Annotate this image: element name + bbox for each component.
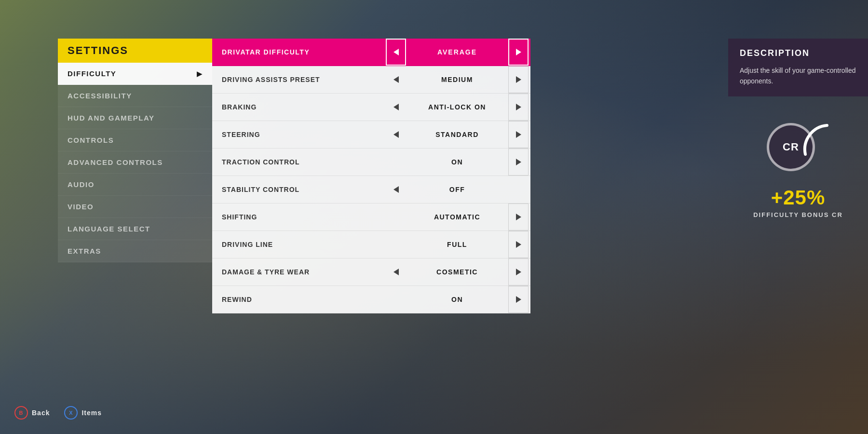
setting-name-driving_assists: DRIVING ASSISTS PRESET [212,70,386,89]
sidebar-item-label: VIDEO [68,203,94,211]
right-arrow-btn-steering[interactable] [508,121,529,148]
right-arrow-btn-driving_line[interactable] [508,231,529,258]
setting-controls-driving_assists: MEDIUM [386,66,530,93]
left-triangle-icon [393,186,399,193]
sidebar-item-hud_gameplay[interactable]: HUD AND GAMEPLAY [58,107,212,129]
bonus-label: DIFFICULTY BONUS CR [753,211,843,218]
left-triangle-icon [393,131,399,138]
setting-value-driving_assists: MEDIUM [406,76,508,83]
right-arrow-btn-traction_control[interactable] [508,149,529,176]
nav-btn-label-back: Back [32,409,50,417]
setting-name-steering: STEERING [212,125,386,144]
sidebar-menu: DIFFICULTY▶ACCESSIBILITYHUD AND GAMEPLAY… [58,63,212,262]
main-content: DRIVATAR DIFFICULTYAVERAGEDRIVING ASSIST… [212,39,723,313]
cr-circle-container: CR [767,116,829,178]
left-triangle-icon [393,49,399,55]
settings-row-shifting: SHIFTINGAUTOMATIC [212,203,530,231]
right-arrow-btn-braking[interactable] [508,94,529,121]
left-arrow-btn-driving_assists[interactable] [386,66,406,93]
setting-value-steering: STANDARD [406,131,508,138]
right-arrow-btn-drivatar_difficulty[interactable] [508,39,529,66]
left-arrow-btn-stability_control[interactable] [386,176,406,203]
cr-arc-icon [800,116,829,164]
settings-row-steering: STEERINGSTANDARD [212,121,530,149]
left-arrow-btn-damage_tyre[interactable] [386,258,406,285]
sidebar-item-difficulty[interactable]: DIFFICULTY▶ [58,63,212,85]
setting-name-braking: BRAKING [212,97,386,117]
sidebar-item-advanced_controls[interactable]: ADVANCED CONTROLS [58,151,212,174]
right-arrow-btn-damage_tyre[interactable] [508,258,529,285]
right-arrow-btn-shifting[interactable] [508,203,529,231]
cr-section: CR +25% DIFFICULTY BONUS CR [728,116,868,218]
right-triangle-icon [516,269,521,275]
right-triangle-icon [516,296,521,303]
nav-btn-circle-items: X [64,406,78,420]
setting-controls-drivatar_difficulty: AVERAGE [386,39,530,66]
setting-controls-shifting: AUTOMATIC [386,203,530,231]
bottom-nav: BBackXItems [14,406,102,420]
settings-row-rewind: REWINDON [212,286,530,313]
sidebar-item-label: EXTRAS [68,247,101,255]
settings-title: SETTINGS [58,39,212,63]
nav-btn-items[interactable]: XItems [64,406,102,420]
setting-name-damage_tyre: DAMAGE & TYRE WEAR [212,262,386,282]
setting-value-damage_tyre: COSMETIC [406,268,508,276]
sidebar-item-audio[interactable]: AUDIO [58,174,212,196]
settings-row-braking: BRAKINGANTI-LOCK ON [212,94,530,121]
setting-value-rewind: ON [406,296,508,303]
sidebar-item-label: AUDIO [68,180,95,189]
left-triangle-icon [393,269,399,275]
settings-row-driving_line: DRIVING LINEFULL [212,231,530,258]
setting-controls-traction_control: ON [386,149,530,176]
sidebar-item-language_select[interactable]: LANGUAGE SELECT [58,218,212,240]
setting-value-braking: ANTI-LOCK ON [406,103,508,111]
setting-name-drivatar_difficulty: DRIVATAR DIFFICULTY [212,42,386,62]
right-arrow-btn-driving_assists[interactable] [508,66,529,93]
setting-name-traction_control: TRACTION CONTROL [212,152,386,172]
description-title: DESCRIPTION [740,48,856,58]
main-container: SETTINGS DIFFICULTY▶ACCESSIBILITYHUD AND… [0,0,868,434]
left-arrow-btn-braking[interactable] [386,94,406,121]
settings-row-damage_tyre: DAMAGE & TYRE WEARCOSMETIC [212,258,530,286]
left-arrow-btn-drivatar_difficulty[interactable] [386,39,406,66]
setting-controls-steering: STANDARD [386,121,530,148]
nav-btn-back[interactable]: BBack [14,406,50,420]
sidebar-item-label: CONTROLS [68,136,114,144]
left-arrow-btn-steering[interactable] [386,121,406,148]
right-triangle-icon [516,159,521,165]
setting-controls-driving_line: FULL [386,231,530,258]
sidebar: SETTINGS DIFFICULTY▶ACCESSIBILITYHUD AND… [58,39,212,262]
bonus-percent: +25% [771,186,826,209]
setting-name-driving_line: DRIVING LINE [212,235,386,254]
left-triangle-icon [393,104,399,110]
setting-value-stability_control: OFF [406,186,508,193]
right-triangle-icon [516,241,521,248]
sidebar-item-label: DIFFICULTY [68,69,116,78]
settings-row-driving_assists: DRIVING ASSISTS PRESETMEDIUM [212,66,530,94]
setting-name-shifting: SHIFTING [212,207,386,227]
settings-row-stability_control: STABILITY CONTROLOFF [212,176,530,203]
right-triangle-icon [516,76,521,83]
setting-controls-stability_control: OFF [386,176,530,203]
settings-row-drivatar_difficulty: DRIVATAR DIFFICULTYAVERAGE [212,39,530,66]
setting-controls-damage_tyre: COSMETIC [386,258,530,285]
sidebar-item-extras[interactable]: EXTRAS [58,240,212,262]
setting-value-traction_control: ON [406,158,508,166]
right-arrow-btn-rewind[interactable] [508,286,529,313]
nav-btn-label-items: Items [81,409,102,417]
sidebar-item-label: ACCESSIBILITY [68,92,132,100]
description-text: Adjust the skill of your game-controlled… [740,65,856,87]
sidebar-item-accessibility[interactable]: ACCESSIBILITY [58,85,212,107]
right-triangle-icon [516,131,521,138]
sidebar-item-controls[interactable]: CONTROLS [58,129,212,151]
sidebar-arrow-icon: ▶ [197,70,203,78]
setting-value-drivatar_difficulty: AVERAGE [406,48,508,56]
sidebar-item-video[interactable]: VIDEO [58,196,212,218]
right-triangle-icon [516,104,521,110]
setting-value-driving_line: FULL [406,241,508,248]
right-panel: DESCRIPTION Adjust the skill of your gam… [728,39,868,218]
settings-row-traction_control: TRACTION CONTROLON [212,149,530,176]
setting-name-stability_control: STABILITY CONTROL [212,180,386,199]
sidebar-item-label: ADVANCED CONTROLS [68,158,163,166]
nav-btn-circle-back: B [14,406,28,420]
